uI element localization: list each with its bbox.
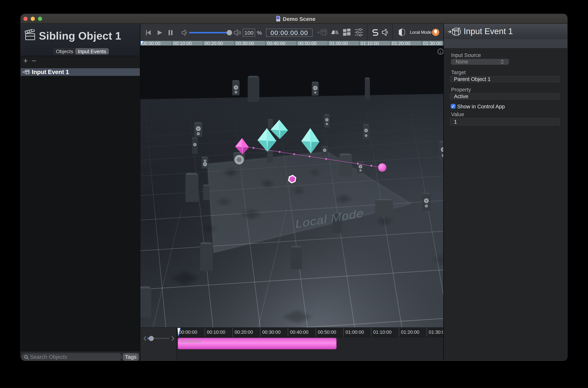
svg-text:i: i [440, 50, 441, 54]
